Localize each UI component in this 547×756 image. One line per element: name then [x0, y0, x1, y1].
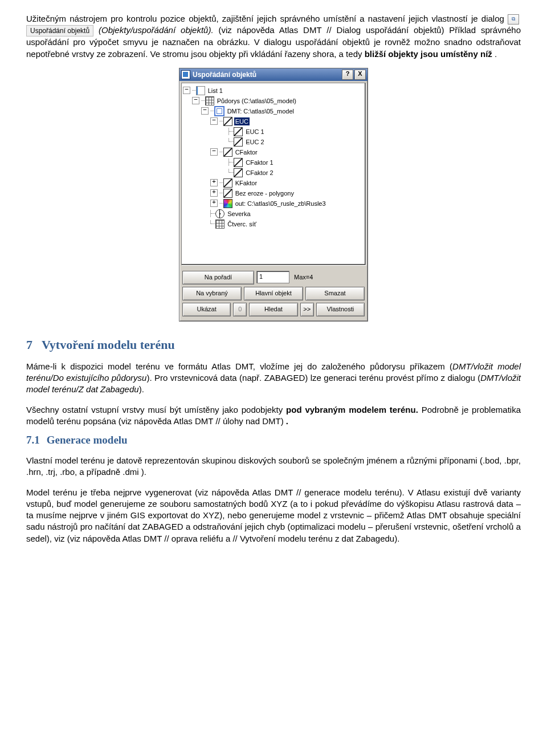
object-tree[interactable]: − ┄ List 1 − ┄ Půdorys (C:\atlas\05_mode… [181, 83, 366, 265]
polyline-icon [234, 158, 243, 167]
expander-icon[interactable]: − [210, 117, 218, 125]
tree-row-list[interactable]: − ┄ List 1 [183, 86, 364, 96]
help-button[interactable]: ? [342, 70, 353, 80]
ukazat-button[interactable]: Ukázat [182, 303, 231, 316]
next-button[interactable]: >> [300, 303, 314, 316]
tree-label: Severka [226, 210, 251, 218]
expander-icon[interactable]: + [210, 179, 218, 186]
polyline-icon [223, 148, 232, 157]
vlastnosti-button[interactable]: Vlastnosti [316, 303, 365, 316]
na-poradi-button[interactable]: Na pořadí [182, 271, 254, 284]
document-page: Užitečným nástrojem pro kontrolu pozice … [0, 0, 547, 559]
sec7-p2: Všechny ostatní vstupní vrstvy musí být … [26, 404, 521, 428]
tree-label: Bez eroze - polygony [234, 189, 295, 197]
square-grid-icon [215, 220, 224, 229]
tree-label-selected: EUC [234, 117, 250, 125]
tree-row-grid[interactable]: └┄ Čtverc. síť [183, 219, 364, 229]
tree-label: EUC 1 [244, 128, 265, 136]
para1-part-a: Užitečným nástrojem pro kontrolu pozice … [26, 14, 508, 23]
polyline-icon [234, 168, 243, 177]
expander-icon[interactable]: + [210, 189, 218, 197]
text-d: . [286, 416, 288, 426]
tree-row-pudorys[interactable]: − ┄ Půdorys (C:\atlas\05_model) [183, 96, 364, 106]
polyline-icon [223, 178, 232, 188]
tree-row-euc[interactable]: − ┄ EUC [183, 116, 364, 127]
dialog-app-icon [181, 70, 190, 79]
dialog-titlebar[interactable]: Uspořádání objektů ? X [179, 68, 368, 81]
dialog-title: Uspořádání objektů [193, 71, 256, 79]
sheet-icon [196, 86, 205, 95]
tree-label: out: C:\atlas\05_rusle_zb\Rusle3 [234, 200, 327, 208]
text-b: pod vybraným modelem terénu. [286, 405, 418, 414]
subsection-number: 7.1 [26, 434, 40, 446]
intro-paragraph: Užitečným nástrojem pro kontrolu pozice … [26, 13, 521, 60]
smazat-button[interactable]: Smazat [305, 287, 365, 300]
expander-icon[interactable]: − [210, 148, 218, 156]
tree-label: DMT: C:\atlas\05_model [226, 107, 295, 115]
tree-row-euc2[interactable]: └┄ EUC 2 [183, 137, 364, 147]
section-title: Vytvoření modelu terénu [42, 338, 175, 352]
expander-icon[interactable]: + [210, 200, 218, 207]
tree-row-dmt[interactable]: − ┄ DMT: C:\atlas\05_model [183, 106, 364, 116]
expander-icon[interactable]: − [201, 107, 209, 115]
sec7-p1: Máme-li k dispozici model terénu ve form… [26, 361, 521, 396]
tree-label: EUC 2 [244, 138, 265, 146]
toolbar-layout-label: Uspořádání objektů [26, 25, 93, 36]
tree-label: CFaktor [234, 148, 259, 156]
polyline-icon [223, 117, 232, 126]
palette-icon [223, 199, 232, 208]
text-a: Všechny ostatní vstupní vrstvy musí být … [26, 405, 286, 414]
order-input[interactable]: 1 [256, 271, 289, 283]
tree-label: KFaktor [234, 179, 259, 187]
tree-row-cfaktor2[interactable]: └┄ CFaktor 2 [183, 168, 364, 178]
polyline-icon [234, 137, 243, 147]
zero-button[interactable]: 0 [233, 303, 247, 316]
compass-icon [215, 209, 224, 218]
dialog-controls: Na pořadí 1 Max=4 Na vybraný Hlavní obje… [179, 267, 368, 321]
section-7-1-heading: 7.1Generace modelu [26, 434, 521, 446]
tree-row-out[interactable]: + ┄ out: C:\atlas\05_rusle_zb\Rusle3 [183, 198, 364, 209]
tree-label: CFaktor 1 [244, 158, 274, 166]
text: Máme-li k dispozici model terénu ve form… [26, 361, 521, 395]
para1-part-d: bližší objekty jsou umístěny níž [365, 49, 492, 59]
para1-part-b: (Objekty/uspořádání objektů). [99, 25, 214, 35]
tree-label: List 1 [207, 87, 224, 95]
tree-row-kfaktor[interactable]: + ┄ KFaktor [183, 178, 364, 188]
hlavni-objekt-button[interactable]: Hlavní objekt [244, 287, 303, 300]
tree-row-euc1[interactable]: ├┄ EUC 1 [183, 127, 364, 137]
tree-label: Čtverc. síť [226, 220, 258, 228]
section-7-heading: 7Vytvoření modelu terénu [26, 338, 521, 352]
sec71-p1: Vlastní model terénu je datově reprezent… [26, 455, 521, 478]
tree-row-cfaktor1[interactable]: ├┄ CFaktor 1 [183, 157, 364, 168]
tree-label: Půdorys (C:\atlas\05_model) [216, 97, 297, 105]
close-button[interactable]: X [354, 70, 366, 80]
tree-label: CFaktor 2 [244, 169, 274, 177]
subsection-title: Generace modelu [47, 434, 128, 446]
tree-row-bezeroze[interactable]: + ┄ Bez eroze - polygony [183, 188, 364, 198]
max-label: Max=4 [292, 271, 365, 284]
na-vybrany-button[interactable]: Na vybraný [182, 287, 242, 300]
object-arrangement-dialog: Uspořádání objektů ? X − ┄ List 1 − ┄ Pů… [179, 68, 368, 322]
polyline-icon [223, 189, 232, 198]
floorplan-icon [205, 96, 214, 105]
sec71-p2: Model terénu je třeba nejprve vygenerova… [26, 487, 521, 544]
para1-part-e: . [495, 49, 497, 59]
expander-icon[interactable]: − [192, 97, 199, 104]
toolbar-layout-icon: ⧉ [508, 14, 519, 25]
tree-row-cfaktor[interactable]: − ┄ CFaktor [183, 147, 364, 157]
polyline-icon [234, 127, 243, 136]
expander-icon[interactable]: − [183, 87, 190, 94]
dialog-figure: Uspořádání objektů ? X − ┄ List 1 − ┄ Pů… [26, 68, 521, 322]
tree-row-severka[interactable]: ├┄ Severka [183, 209, 364, 219]
hledat-button[interactable]: Hledat [249, 303, 297, 316]
dmt-icon [214, 106, 224, 116]
section-number: 7 [26, 338, 32, 352]
